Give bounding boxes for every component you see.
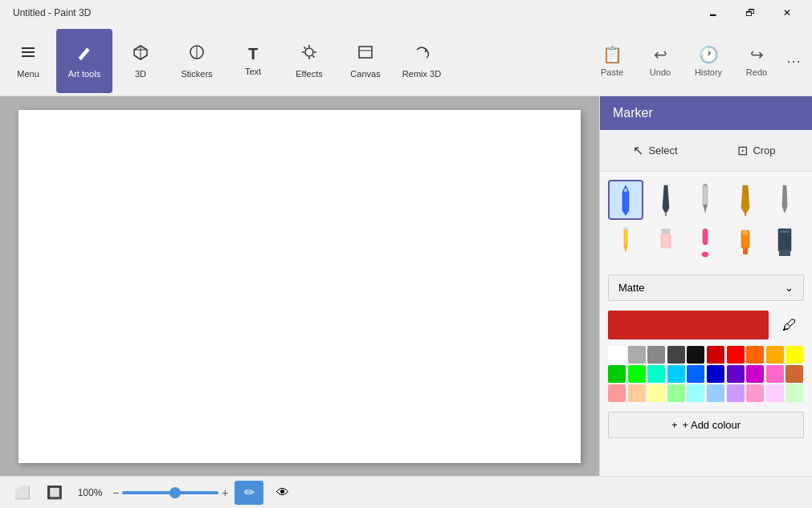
history-button[interactable]: 🕐 History <box>685 33 732 89</box>
selection-icon: ⬜ <box>14 485 31 500</box>
zoom-minus-button[interactable]: − <box>112 486 119 499</box>
brush-item-spray[interactable] <box>688 223 723 263</box>
eye-icon: 👁 <box>276 486 289 500</box>
color-cell[interactable] <box>667 346 685 364</box>
zoom-slider[interactable] <box>122 491 218 494</box>
color-cell[interactable] <box>687 365 704 383</box>
toolbar-item-3d[interactable]: 3D <box>112 29 169 93</box>
brush-item-pencil2[interactable] <box>608 223 643 263</box>
brush-item-oil-crayon[interactable] <box>728 180 763 220</box>
svg-line-14 <box>304 47 306 48</box>
minimize-button[interactable]: 🗕 <box>695 0 732 26</box>
svg-rect-19 <box>703 185 708 205</box>
main-toolbar: MenuArt tools3DStickersTTextEffectsCanva… <box>0 26 812 96</box>
canvas-label: Canvas <box>350 69 380 79</box>
brush-item-oil-brush[interactable] <box>688 180 723 220</box>
effects-label: Effects <box>296 69 322 79</box>
texture-dropdown[interactable]: Matte ⌄ <box>608 274 804 301</box>
redo-button[interactable]: ↪ Redo <box>733 33 780 89</box>
brush-item-orange-brush[interactable] <box>728 223 763 263</box>
svg-rect-20 <box>704 184 707 186</box>
3d-icon <box>132 43 149 66</box>
color-cell[interactable] <box>628 365 646 383</box>
color-cell[interactable] <box>766 346 784 364</box>
color-cell[interactable] <box>746 384 764 402</box>
toolbar-item-effects[interactable]: Effects <box>281 29 337 93</box>
color-cell[interactable] <box>687 346 704 364</box>
select-button[interactable]: ↖ Select <box>606 136 704 165</box>
color-cell[interactable] <box>727 384 745 402</box>
eyedropper-button[interactable]: 🖊 <box>775 311 804 339</box>
draw-mode-button[interactable]: ✏ <box>235 481 263 505</box>
paste-button[interactable]: 📋 Paste <box>589 33 635 89</box>
stickers-label: Stickers <box>181 69 212 79</box>
color-cell[interactable] <box>647 384 665 402</box>
current-color-swatch[interactable] <box>608 311 769 339</box>
color-cell[interactable] <box>647 346 665 364</box>
svg-rect-1 <box>22 51 35 53</box>
crop-button[interactable]: ⊡ Crop <box>708 136 806 165</box>
color-cell[interactable] <box>667 365 685 383</box>
restore-button[interactable]: 🗗 <box>732 0 769 26</box>
paste-label: Paste <box>601 67 623 77</box>
toolbar-item-canvas[interactable]: Canvas <box>337 29 394 93</box>
svg-rect-22 <box>623 227 628 230</box>
color-cell[interactable] <box>785 384 803 402</box>
toolbar-item-stickers[interactable]: Stickers <box>169 29 225 93</box>
toolbar-item-menu[interactable]: Menu <box>0 29 56 93</box>
stickers-icon <box>188 43 206 66</box>
select-icon: ↖ <box>633 143 643 158</box>
more-options-button[interactable]: ⋯ <box>781 33 806 89</box>
toolbar-item-art-tools[interactable]: Art tools <box>56 29 112 93</box>
color-cell[interactable] <box>647 365 665 383</box>
svg-rect-23 <box>661 234 671 248</box>
color-cell[interactable] <box>785 365 803 383</box>
color-cell[interactable] <box>687 384 704 402</box>
add-color-button[interactable]: + + Add colour <box>608 412 804 438</box>
color-cell[interactable] <box>727 365 745 383</box>
color-cell[interactable] <box>608 346 626 364</box>
selection-view-button[interactable]: ⬜ <box>10 481 35 505</box>
canvas-icon <box>357 43 374 66</box>
toolbar-item-text[interactable]: TText <box>225 29 281 93</box>
brush-item-pencil-gray[interactable] <box>767 180 802 220</box>
undo-button[interactable]: ↩ Undo <box>637 33 683 89</box>
color-cell[interactable] <box>707 346 724 364</box>
zoom-slider-thumb <box>169 487 181 498</box>
brush-item-pixel[interactable] <box>767 223 802 263</box>
color-cell[interactable] <box>727 346 745 364</box>
brush-item-marker[interactable] <box>608 180 643 220</box>
svg-rect-30 <box>779 250 790 256</box>
toolbar-item-remix3d[interactable]: Remix 3D <box>394 29 450 93</box>
texture-row: Matte ⌄ <box>608 274 804 301</box>
visibility-button[interactable]: 👁 <box>270 481 296 505</box>
zoom-plus-button[interactable]: + <box>222 486 228 499</box>
crop-icon: ⊡ <box>737 143 748 158</box>
color-cell[interactable] <box>746 365 764 383</box>
toolbar-items: MenuArt tools3DStickersTTextEffectsCanva… <box>0 29 450 93</box>
color-cell[interactable] <box>667 384 685 402</box>
chevron-down-icon: ⌄ <box>785 282 794 294</box>
color-cell[interactable] <box>608 384 626 402</box>
color-cell[interactable] <box>785 346 803 364</box>
brush-item-eraser[interactable] <box>648 223 683 263</box>
close-button[interactable]: ✕ <box>769 0 806 26</box>
svg-rect-29 <box>780 230 790 233</box>
brush-item-calligraphy[interactable] <box>648 180 683 220</box>
drawing-canvas[interactable] <box>18 110 581 463</box>
color-cell[interactable] <box>766 384 784 402</box>
color-cell[interactable] <box>766 365 784 383</box>
color-cell[interactable] <box>746 346 764 364</box>
color-cell[interactable] <box>628 384 646 402</box>
svg-rect-0 <box>22 47 35 49</box>
svg-rect-16 <box>359 47 372 58</box>
color-cell[interactable] <box>608 365 626 383</box>
3d-view-button[interactable]: 🔲 <box>42 481 67 505</box>
right-panel: Marker ↖ Select ⊡ Crop Matte ⌄ <box>599 96 812 476</box>
color-cell[interactable] <box>707 365 724 383</box>
text-icon: T <box>248 45 258 63</box>
svg-rect-18 <box>624 189 627 192</box>
color-cell[interactable] <box>707 384 724 402</box>
paste-icon: 📋 <box>602 45 622 64</box>
color-cell[interactable] <box>628 346 646 364</box>
